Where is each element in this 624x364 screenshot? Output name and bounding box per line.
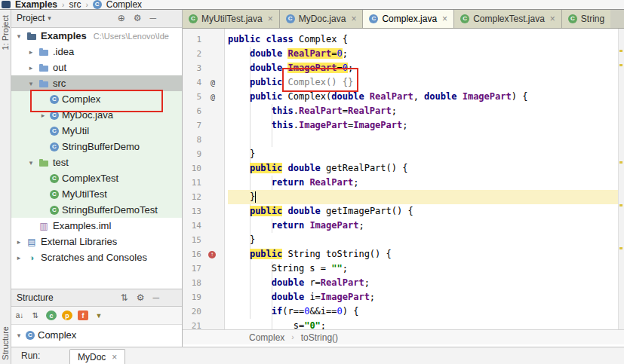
tree-item-complextest[interactable]: ComplexTest <box>11 170 182 186</box>
chevron-down-icon[interactable]: ▾ <box>27 80 35 87</box>
code-line-6[interactable]: this.RealPart=RealPart; <box>228 104 619 118</box>
chevron-down-icon[interactable]: ▾ <box>15 32 23 40</box>
code-line-18[interactable]: double r=RealPart; <box>228 276 619 290</box>
chevron-down-icon[interactable]: ▾ <box>27 159 35 167</box>
project-panel-title[interactable]: Project <box>17 13 45 23</box>
run-tab-mydoc[interactable]: MyDoc × <box>69 349 125 364</box>
tree-item-src[interactable]: ▾src <box>11 75 182 91</box>
show-properties-icon[interactable]: p <box>62 310 72 320</box>
at-icon[interactable]: @ <box>205 93 220 101</box>
editor-tab-mydoc-java[interactable]: MyDoc.java× <box>280 9 364 28</box>
chevron-right-icon[interactable]: ▸ <box>15 254 23 262</box>
hide-panel-icon[interactable]: ─ <box>149 14 156 23</box>
sort-icon[interactable]: ⇅ <box>121 293 128 302</box>
project-folder-icon <box>26 31 38 41</box>
code-line-12[interactable]: } <box>228 190 619 204</box>
editor-tab-complex-java[interactable]: Complex.java× <box>363 9 454 28</box>
close-tab-icon[interactable]: × <box>268 14 273 24</box>
class-test-icon <box>50 174 59 183</box>
override-icon[interactable]: ↑ <box>208 251 216 258</box>
code-line-3[interactable]: double ImagePart=0; <box>228 61 619 75</box>
breadcrumb-item-src[interactable]: src <box>69 0 81 10</box>
tree-item-stringbufferdemo[interactable]: StringBufferDemo <box>11 139 182 154</box>
code-line-16[interactable]: public String toString() { <box>228 247 619 262</box>
tree-item-mydoc-java[interactable]: ▸MyDoc.java <box>11 107 182 123</box>
code-line-2[interactable]: double RealPart=0; <box>228 47 619 61</box>
code-line-20[interactable]: if(r==0&&i==0) { <box>228 304 619 319</box>
tree-item-complex[interactable]: Complex <box>11 91 182 107</box>
stripe-mark <box>619 161 622 164</box>
code-line-1[interactable]: public class Complex { <box>228 32 619 47</box>
line-number: 17 <box>183 264 205 274</box>
hide-panel-icon[interactable]: ─ <box>152 293 159 302</box>
tree-item-examples-iml[interactable]: Examples.iml <box>11 218 182 234</box>
class-icon <box>50 111 59 120</box>
class-test-icon <box>50 190 59 199</box>
editor-scrollbar[interactable] <box>618 29 624 329</box>
run-tab-label: MyDoc <box>78 352 106 362</box>
code-line-13[interactable]: public double getImagePart() { <box>228 204 619 219</box>
editor-tab-complextest-java[interactable]: ComplexTest.java× <box>454 9 562 28</box>
code-line-11[interactable]: return RealPart; <box>228 176 619 190</box>
close-tab-icon[interactable]: × <box>442 14 447 24</box>
breadcrumb-method[interactable]: toString() <box>301 332 338 343</box>
chevron-down-icon[interactable]: ▾ <box>15 332 23 339</box>
code-line-14[interactable]: return ImagePart; <box>228 219 619 233</box>
at-icon[interactable]: @ <box>205 78 220 87</box>
structure-panel-title[interactable]: Structure <box>17 292 54 303</box>
tree-item-out[interactable]: ▸out <box>11 60 182 75</box>
editor-tab-string[interactable]: String <box>562 9 610 28</box>
chevron-down-icon[interactable]: ▾ <box>48 14 51 22</box>
filter-icon[interactable]: ▼ <box>94 310 104 321</box>
folder-icon <box>38 47 50 57</box>
breadcrumb-class[interactable]: Complex <box>249 332 284 343</box>
tree-item-test[interactable]: ▾test <box>11 154 182 170</box>
tree-item-myutiltest[interactable]: MyUtilTest <box>11 186 182 202</box>
code-text[interactable]: public class Complex { double RealPart=0… <box>225 29 619 329</box>
tree-item-stringbufferdemotest[interactable]: StringBufferDemoTest <box>11 202 182 218</box>
structure-item-complex[interactable]: ▾ Complex <box>11 327 182 343</box>
sort-alpha-icon[interactable]: a↓ <box>14 310 25 321</box>
code-line-4[interactable]: public Complex() {} <box>228 75 619 90</box>
code-line-21[interactable]: s="0"; <box>228 319 619 329</box>
breadcrumb-item-complex[interactable]: Complex <box>106 0 142 10</box>
chevron-right-icon[interactable]: ▸ <box>15 238 23 246</box>
sort-visibility-icon[interactable]: ⇅ <box>30 310 41 321</box>
chevron-right-icon[interactable]: ▸ <box>27 48 35 56</box>
settings-gear-icon[interactable]: ⚙ <box>134 14 142 23</box>
class-icon <box>369 14 378 23</box>
tool-window-button-project[interactable]: 1: Project <box>1 15 10 50</box>
code-line-7[interactable]: this.ImagePart=ImagePart; <box>228 118 619 133</box>
folder-icon <box>38 63 50 73</box>
close-icon[interactable]: × <box>112 352 117 362</box>
tree-item-idea[interactable]: ▸.idea <box>11 44 182 60</box>
chevron-right-icon[interactable]: ▸ <box>39 112 47 119</box>
code-editor[interactable]: 1234@5@678910111213141516↑1718192021 pub… <box>183 29 624 329</box>
code-line-9[interactable]: } <box>228 147 619 161</box>
chevron-right-icon[interactable]: ▸ <box>27 64 35 72</box>
tool-window-button-structure[interactable]: Structure <box>1 326 10 360</box>
code-line-15[interactable]: } <box>228 233 619 247</box>
tree-item-myutil[interactable]: MyUtil <box>11 123 182 139</box>
code-line-8[interactable] <box>228 133 619 147</box>
breadcrumb-item-examples[interactable]: Examples <box>15 0 57 10</box>
show-classes-icon[interactable]: c <box>46 310 57 320</box>
tree-item-label: ComplexTest <box>62 173 118 184</box>
tree-item-external-libraries[interactable]: ▸External Libraries <box>11 234 182 249</box>
code-line-5[interactable]: public Complex(double RealPart, double I… <box>228 90 619 104</box>
tree-item-scratches-and-consoles[interactable]: ▸Scratches and Consoles <box>11 249 182 265</box>
code-line-19[interactable]: double i=ImagePart; <box>228 290 619 304</box>
tree-item-examples[interactable]: ▾ExamplesC:\Users\Lenovo\Ide <box>11 28 182 44</box>
code-line-17[interactable]: String s = ""; <box>228 262 619 276</box>
tree-item-label: StringBufferDemo <box>62 141 140 152</box>
close-tab-icon[interactable]: × <box>351 14 356 24</box>
settings-gear-icon[interactable]: ⚙ <box>137 293 145 302</box>
show-fields-icon[interactable]: f <box>78 310 88 320</box>
line-number: 3 <box>183 63 205 73</box>
tree-item-label: Examples.iml <box>53 220 111 231</box>
editor-tab-myutiltest-java[interactable]: MyUtilTest.java× <box>183 9 280 28</box>
close-tab-icon[interactable]: × <box>550 14 555 24</box>
locate-file-icon[interactable]: ⊕ <box>118 14 125 23</box>
module-file-icon <box>38 221 50 231</box>
code-line-10[interactable]: public double getRealPart() { <box>228 161 619 176</box>
